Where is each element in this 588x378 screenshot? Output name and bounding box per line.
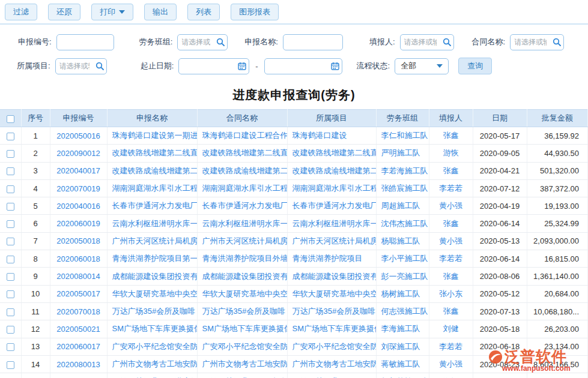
- cell-reporter-link[interactable]: 张鑫: [429, 268, 473, 285]
- cell-contract-name-link[interactable]: 广州市文物考古工地安防: [197, 355, 287, 373]
- cell-declare-name-link[interactable]: 青海洪湖养护院项目第一: [107, 250, 197, 268]
- search-icon[interactable]: [440, 35, 453, 50]
- cell-contract-name-link[interactable]: 云南水利枢纽潜明水库一: [197, 215, 287, 232]
- cell-labor-team-link[interactable]: 刘新荣施工队: [376, 373, 429, 378]
- cell-project-link[interactable]: 长春市伊通河水力发电厂: [287, 197, 376, 215]
- cell-declare-name-link[interactable]: 广安邓小平纪念馆安全防: [107, 338, 197, 355]
- cell-contract-name-link[interactable]: 湖南洞庭湖水库引水工程: [197, 179, 287, 197]
- cell-declare-code-link[interactable]: 2020070018: [50, 302, 107, 320]
- cell-reporter-link[interactable]: 李若若: [429, 338, 473, 355]
- print-button[interactable]: 打印: [91, 4, 133, 20]
- cell-declare-code-link[interactable]: 2020050018: [50, 232, 107, 250]
- cell-declare-code-link[interactable]: 2020050017: [50, 285, 107, 302]
- cell-declare-code-link[interactable]: 2020080014: [50, 268, 107, 285]
- cell-contract-name-link[interactable]: 青海洪湖养护院项目外墙: [197, 250, 287, 268]
- row-checkbox[interactable]: [7, 150, 14, 158]
- cell-reporter-link[interactable]: 刘健: [429, 320, 473, 338]
- cell-labor-team-link[interactable]: 刘琛施工队: [376, 338, 429, 355]
- cell-declare-code-link[interactable]: 2020080013: [50, 355, 107, 373]
- cell-declare-name-link[interactable]: 改建铁路成渝线增建第二: [107, 162, 197, 179]
- cell-reporter-link[interactable]: 张小东: [429, 285, 473, 302]
- cell-labor-team-link[interactable]: 周超施工队: [376, 197, 429, 215]
- cell-declare-name-link[interactable]: 改建铁路线增建第二线直: [107, 145, 197, 162]
- cell-labor-team-link[interactable]: 蒋敏施工队: [376, 355, 429, 373]
- cell-declare-code-link[interactable]: 2020060018: [50, 250, 107, 268]
- row-checkbox[interactable]: [7, 203, 14, 211]
- cell-project-link[interactable]: 华软大厦研究基地中央空: [287, 285, 376, 302]
- cell-contract-name-link[interactable]: 广州市天河区统计局机房: [197, 232, 287, 250]
- cell-declare-code-link[interactable]: 2020040016: [50, 197, 107, 215]
- row-checkbox[interactable]: [7, 326, 14, 334]
- cell-contract-name-link[interactable]: 广安邓小平纪念馆安全防: [197, 338, 287, 355]
- cell-contract-name-link[interactable]: 万达广场35#会所及咖啡: [197, 302, 287, 320]
- cell-project-link[interactable]: 万达广场35#会所及咖啡: [287, 302, 376, 320]
- reporter-input[interactable]: [401, 35, 440, 50]
- cell-labor-team-link[interactable]: 杨树施工队: [376, 285, 429, 302]
- cell-declare-code-link[interactable]: 2020070019: [50, 179, 107, 197]
- declare-code-input[interactable]: [57, 35, 114, 50]
- row-checkbox[interactable]: [7, 220, 14, 228]
- cell-project-link[interactable]: 广州市天河区统计局机房: [287, 232, 376, 250]
- cell-project-link[interactable]: 湖南洞庭湖水库引水工程: [287, 179, 376, 197]
- search-icon[interactable]: [93, 59, 106, 74]
- cell-labor-team-link[interactable]: 李若海施工队: [376, 162, 429, 179]
- cell-declare-code-link[interactable]: 2020090012: [50, 145, 107, 162]
- cell-declare-name-link[interactable]: 广州市文物考古工地安防: [107, 355, 197, 373]
- cell-labor-team-link[interactable]: 杨聪施工队: [376, 232, 429, 250]
- workflow-status-select[interactable]: 全部: [395, 58, 449, 74]
- cell-declare-code-link[interactable]: 2020050021: [50, 320, 107, 338]
- cell-contract-name-link[interactable]: SM广场地下车库更换摄像: [197, 320, 287, 338]
- row-checkbox[interactable]: [7, 133, 14, 140]
- cell-reporter-link[interactable]: 李若若: [429, 179, 473, 197]
- contract-name-input[interactable]: [511, 35, 550, 50]
- cell-reporter-link[interactable]: 黄小强: [429, 197, 473, 215]
- project-input[interactable]: [56, 59, 93, 74]
- cell-declare-code-link[interactable]: 2020040017: [50, 162, 107, 179]
- row-checkbox[interactable]: [7, 308, 14, 316]
- cell-reporter-link[interactable]: 游恢: [429, 145, 473, 162]
- row-checkbox[interactable]: [7, 256, 14, 263]
- cell-declare-name-link[interactable]: 广州市天河区统计局机房: [107, 232, 197, 250]
- cell-labor-team-link[interactable]: 彭一亮施工队: [376, 268, 429, 285]
- cell-reporter-link[interactable]: 黄小强: [429, 355, 473, 373]
- filter-button[interactable]: 过滤: [5, 4, 37, 20]
- restore-button[interactable]: 还原: [48, 4, 80, 20]
- cell-declare-name-link[interactable]: SM广场地下车库更换摄像: [107, 320, 197, 338]
- cell-project-link[interactable]: 改建铁路成渝线增建第二: [287, 162, 376, 179]
- cell-project-link[interactable]: 青海洪湖养护院项目: [287, 250, 376, 268]
- cell-declare-code-link[interactable]: 2020060019: [50, 215, 107, 232]
- cell-contract-name-link[interactable]: 长春市伊通河水力发电厂: [197, 197, 287, 215]
- cell-project-link[interactable]: 广州市文物考古工地安防: [287, 355, 376, 373]
- cell-contract-name-link[interactable]: 改建铁路成渝线增建第二: [197, 162, 287, 179]
- cell-project-link[interactable]: 珠海鹤港口建设: [287, 127, 376, 145]
- cell-labor-team-link[interactable]: 李小平施工队: [376, 250, 429, 268]
- cell-reporter-link[interactable]: 张鑫: [429, 302, 473, 320]
- row-checkbox[interactable]: [7, 185, 14, 193]
- row-checkbox[interactable]: [7, 167, 14, 175]
- cell-reporter-link[interactable]: 张鑫: [429, 162, 473, 179]
- cell-reporter-link[interactable]: 黄小强: [429, 232, 473, 250]
- row-checkbox[interactable]: [7, 361, 14, 369]
- date-start-input[interactable]: [179, 59, 235, 74]
- query-button[interactable]: 查询: [458, 58, 492, 74]
- calendar-icon[interactable]: [329, 59, 342, 74]
- row-checkbox[interactable]: [7, 343, 14, 351]
- cell-project-link[interactable]: 广安邓小平纪念馆安全防: [287, 338, 376, 355]
- cell-declare-name-link[interactable]: 华软大厦研究基地中央空: [107, 285, 197, 302]
- cell-declare-name-link[interactable]: 湖南洞庭湖水库引水工程: [107, 179, 197, 197]
- cell-declare-code-link[interactable]: 2020050016: [50, 127, 107, 145]
- cell-contract-name-link[interactable]: 成都能源建设集团投资有: [197, 268, 287, 285]
- search-icon[interactable]: [214, 35, 227, 50]
- cell-contract-name-link[interactable]: 改建铁路线增建第二线直: [197, 145, 287, 162]
- cell-labor-team-link[interactable]: 李仁和施工队: [376, 127, 429, 145]
- calendar-icon[interactable]: [235, 59, 249, 74]
- search-icon[interactable]: [550, 35, 563, 50]
- row-checkbox[interactable]: [7, 238, 14, 245]
- cell-labor-team-link[interactable]: 何志强施工队: [376, 302, 429, 320]
- list-view-button[interactable]: 列表: [187, 4, 220, 20]
- cell-contract-name-link[interactable]: 晟铭园林绿化工程五标段: [197, 373, 287, 378]
- cell-project-link[interactable]: 成都能源建设集团投资有: [287, 268, 376, 285]
- cell-labor-team-link[interactable]: 张皓宸施工队: [376, 179, 429, 197]
- cell-project-link[interactable]: SM广场地下车库更换摄像: [287, 320, 376, 338]
- export-button[interactable]: 输出: [144, 4, 177, 20]
